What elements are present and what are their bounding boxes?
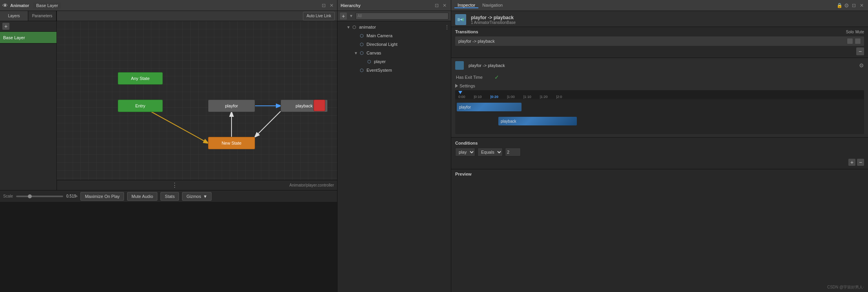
- gizmos-btn[interactable]: Gizmos ▼: [182, 192, 212, 201]
- has-exit-time-row: Has Exit Time ✓: [455, 73, 864, 82]
- transition-detail-section: playfor -> playback ⚙ Has Exit Time ✓ Se…: [451, 58, 868, 138]
- game-view-bar: Scale 0.519› Maximize On Play Mute Audio…: [0, 190, 337, 202]
- condition-param-select[interactable]: play: [455, 148, 475, 156]
- condition-operator-select[interactable]: Equals: [478, 148, 503, 156]
- add-condition-btn[interactable]: +: [848, 159, 855, 166]
- animator-path: Animator/player.controller: [290, 183, 334, 187]
- tree-item-animator[interactable]: ▼ ⬡ animator ⋮: [337, 23, 451, 31]
- playfor-state-node[interactable]: playfor: [208, 100, 255, 112]
- inspector-nav-tabs: Inspector Navigation: [454, 3, 506, 8]
- inspector-settings-btn[interactable]: ⚙: [844, 2, 849, 9]
- stats-btn[interactable]: Stats: [160, 192, 179, 201]
- timeline-playhead[interactable]: [458, 90, 462, 99]
- hierarchy-search-input[interactable]: [356, 13, 449, 20]
- tree-label-eventsystem: EventSystem: [367, 68, 392, 73]
- mute-audio-btn[interactable]: Mute Audio: [127, 192, 157, 201]
- exit-state-node[interactable]: [314, 100, 325, 111]
- transition-list-row[interactable]: playfor -> playback: [455, 36, 864, 46]
- tree-item-player[interactable]: ⬡ player: [337, 57, 451, 66]
- animator-header: 👁 Animator Base Layer ⊡ ✕: [0, 0, 337, 11]
- svg-line-3: [255, 111, 281, 137]
- hierarchy-title: Hierarchy: [341, 3, 361, 8]
- condition-row: play Equals: [455, 147, 864, 157]
- mute-checkbox[interactable]: [855, 38, 861, 44]
- tree-label-dir-light: Directional Light: [367, 42, 398, 47]
- svg-rect-4: [458, 18, 460, 21]
- timeline-mark-6: |2:0: [556, 95, 562, 99]
- close-inspector-btn[interactable]: ✕: [859, 2, 865, 9]
- eye-icon[interactable]: 👁: [2, 2, 8, 9]
- timeline-mark-1: |0:10: [474, 95, 482, 99]
- animator-toolbar: Auto Live Link: [57, 11, 337, 21]
- layers-tab[interactable]: Layers: [0, 11, 28, 21]
- navigation-tab[interactable]: Navigation: [479, 3, 506, 8]
- playback-track-label: playback: [501, 119, 516, 123]
- inspector-header: Inspector Navigation 🔒 ⚙ ⊡ ✕: [451, 0, 868, 11]
- light-icon: ⬡: [360, 42, 365, 47]
- animator-footer: ⋮ Animator/player.controller: [57, 180, 337, 190]
- camera-icon: ⬡: [360, 33, 365, 38]
- timeline-mark-3: |1:00: [507, 95, 515, 99]
- solo-label: Solo: [846, 30, 854, 34]
- tree-item-dir-light[interactable]: ⬡ Directional Light: [337, 40, 451, 49]
- svg-rect-5: [462, 18, 464, 21]
- new-state-node[interactable]: New State: [208, 137, 255, 149]
- entry-state-node[interactable]: Entry: [118, 100, 163, 112]
- lock-inspector-btn[interactable]: 🔒: [836, 2, 842, 9]
- tree-item-main-camera[interactable]: ⬡ Main Camera: [337, 31, 451, 40]
- mute-label: Mute: [855, 30, 864, 34]
- playhead-diamond: [458, 91, 462, 94]
- close-hierarchy-btn[interactable]: ✕: [441, 2, 448, 9]
- add-hierarchy-btn[interactable]: +: [340, 13, 347, 20]
- animator-canvas: Any State Entry playfor playback: [57, 21, 337, 180]
- preview-section: Preview: [451, 169, 868, 179]
- transitions-label: Transitions: [455, 29, 478, 34]
- has-exit-time-check[interactable]: ✓: [494, 74, 499, 80]
- tree-arrow-animator: ▼: [346, 25, 351, 29]
- base-layer-item[interactable]: Base Layer: [0, 32, 57, 44]
- canvas-icon: ⬡: [360, 51, 365, 56]
- tree-label-player: player: [374, 59, 386, 64]
- settings-arrow-icon: [455, 84, 458, 88]
- auto-live-link-btn[interactable]: Auto Live Link: [303, 12, 335, 20]
- player-icon: ⬡: [367, 59, 373, 64]
- maximize-hierarchy-btn[interactable]: ⊡: [434, 2, 440, 9]
- scale-slider[interactable]: [16, 196, 63, 197]
- transition-detail-title: playfor -> playback: [469, 63, 505, 68]
- playback-track-bar[interactable]: playback: [498, 117, 577, 125]
- transition-main-title: playfor -> playback: [471, 15, 516, 20]
- maximize-on-play-btn[interactable]: Maximize On Play: [80, 192, 124, 201]
- three-dots-menu[interactable]: ⋮: [171, 181, 178, 189]
- scene-icon-animator: ⬡: [352, 25, 358, 30]
- tree-label-animator: animator: [359, 25, 376, 29]
- transition-icon: [455, 14, 466, 25]
- tree-label-main-camera: Main Camera: [367, 33, 392, 38]
- close-animator-btn[interactable]: ✕: [328, 2, 335, 9]
- transition-detail-settings-btn[interactable]: ⚙: [859, 62, 864, 69]
- conditions-add-remove-row: + −: [455, 157, 864, 166]
- tree-label-canvas: Canvas: [367, 51, 381, 55]
- settings-collapsible[interactable]: Settings: [455, 82, 864, 90]
- playfor-track-bar[interactable]: playfor: [457, 103, 522, 111]
- timeline-ruler: 0:00 |0:10 |0:20 |1:00 |1:10 |1:20 |2:0: [455, 90, 864, 99]
- tree-item-eventsystem[interactable]: ⬡ EventSystem: [337, 66, 451, 74]
- params-tab[interactable]: Parameters: [28, 11, 57, 21]
- hierarchy-panel-header: Hierarchy ⊡ ✕: [337, 0, 451, 11]
- solo-checkbox[interactable]: [847, 38, 853, 44]
- base-layer-label: Base Layer: [3, 35, 25, 40]
- remove-condition-btn[interactable]: −: [857, 159, 864, 166]
- conditions-label: Conditions: [455, 141, 478, 145]
- remove-transition-btn[interactable]: −: [856, 47, 864, 55]
- condition-value-input[interactable]: [505, 148, 521, 156]
- inspector-tab[interactable]: Inspector: [454, 3, 478, 8]
- hierarchy-toolbar: + ▼: [337, 11, 451, 21]
- add-layer-btn[interactable]: +: [2, 23, 9, 30]
- maximize-inspector-btn[interactable]: ⊡: [851, 2, 857, 9]
- base-layer-tab[interactable]: Base Layer: [33, 2, 61, 9]
- transitions-section: Transitions Solo Mute playfor -> playbac…: [451, 27, 868, 58]
- tree-item-canvas[interactable]: ▼ ⬡ Canvas: [337, 49, 451, 57]
- hierarchy-options-btn[interactable]: ⋮: [445, 24, 449, 30]
- settings-label: Settings: [460, 83, 475, 88]
- any-state-node[interactable]: Any State: [118, 72, 163, 85]
- maximize-animator-btn[interactable]: ⊡: [321, 2, 327, 9]
